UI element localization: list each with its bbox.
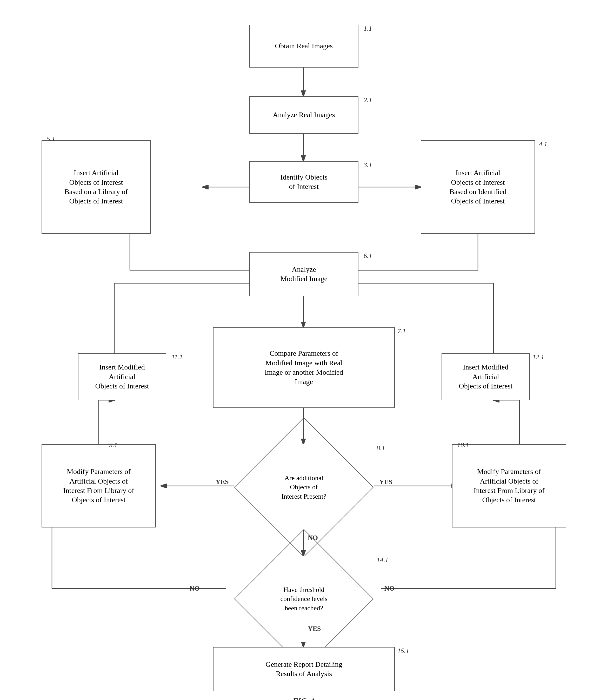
step-7-text: Compare Parameters ofModified Image with… [265, 349, 343, 387]
step-12-text: Insert ModifiedArtificialObjects of Inte… [459, 363, 513, 391]
step-11-label: 11.1 [171, 353, 183, 361]
step-12-label: 12.1 [532, 353, 544, 361]
step-14-label: 14.1 [377, 556, 389, 564]
step-9-label: 9.1 [109, 441, 118, 449]
step-8-text: Are additionalObjects ofInterest Present… [281, 473, 327, 501]
step-3-text: Identify Objectsof Interest [280, 172, 327, 191]
step-11-box: Insert ModifiedArtificialObjects of Inte… [78, 353, 166, 400]
step-6-text: AnalyzeModified Image [280, 265, 327, 284]
step-9-text: Modify Parameters ofArtificial Objects o… [63, 467, 134, 505]
step-8-diamond: Are additionalObjects ofInterest Present… [234, 444, 374, 530]
step-2-text: Analyze Real Images [273, 110, 335, 120]
step-4-text: Insert ArtificialObjects of InterestBase… [449, 168, 506, 206]
step-3-box: Identify Objectsof Interest [249, 161, 358, 203]
step-4-label: 4.1 [539, 140, 547, 148]
step-8-label: 8.1 [377, 444, 385, 452]
yes-label-left-8: YES [215, 478, 229, 486]
step-2-label: 2.1 [364, 96, 372, 104]
step-5-label: 5.1 [47, 135, 55, 143]
step-7-box: Compare Parameters ofModified Image with… [213, 327, 395, 408]
step-15-label: 15.1 [397, 647, 409, 655]
step-6-label: 6.1 [364, 252, 372, 260]
no-label-down-8: NO [308, 534, 318, 542]
step-4-box: Insert ArtificialObjects of InterestBase… [421, 140, 535, 234]
step-3-label: 3.1 [364, 161, 372, 169]
step-12-box: Insert ModifiedArtificialObjects of Inte… [442, 353, 530, 400]
step-11-text: Insert ModifiedArtificialObjects of Inte… [95, 363, 149, 391]
step-9-box: Modify Parameters ofArtificial Objects o… [42, 444, 156, 528]
step-10-label: 10.1 [457, 441, 469, 449]
fig-caption: FIG. 1 [260, 696, 348, 700]
step-1-label: 1.1 [364, 25, 372, 33]
no-label-right-14: NO [384, 585, 395, 593]
yes-label-down-14: YES [308, 625, 321, 633]
step-7-label: 7.1 [397, 327, 406, 335]
step-10-text: Modify Parameters ofArtificial Objects o… [474, 467, 545, 505]
yes-label-right-8: YES [379, 478, 393, 486]
step-1-box: Obtain Real Images [249, 25, 358, 67]
no-label-left-14: NO [190, 585, 200, 593]
step-10-box: Modify Parameters ofArtificial Objects o… [452, 444, 566, 528]
step-2-box: Analyze Real Images [249, 96, 358, 134]
step-14-diamond: Have thresholdconfidence levelsbeen reac… [234, 556, 374, 642]
step-15-text: Generate Report DetailingResults of Anal… [266, 660, 342, 679]
step-5-text: Insert ArtificialObjects of InterestBase… [64, 168, 128, 206]
step-5-box: Insert ArtificialObjects of InterestBase… [42, 140, 151, 234]
step-6-box: AnalyzeModified Image [249, 252, 358, 296]
step-1-text: Obtain Real Images [275, 41, 333, 51]
step-15-box: Generate Report DetailingResults of Anal… [213, 647, 395, 691]
flowchart-diagram: Obtain Real Images 1.1 Analyze Real Imag… [0, 0, 607, 700]
step-14-text: Have thresholdconfidence levelsbeen reac… [280, 585, 327, 613]
